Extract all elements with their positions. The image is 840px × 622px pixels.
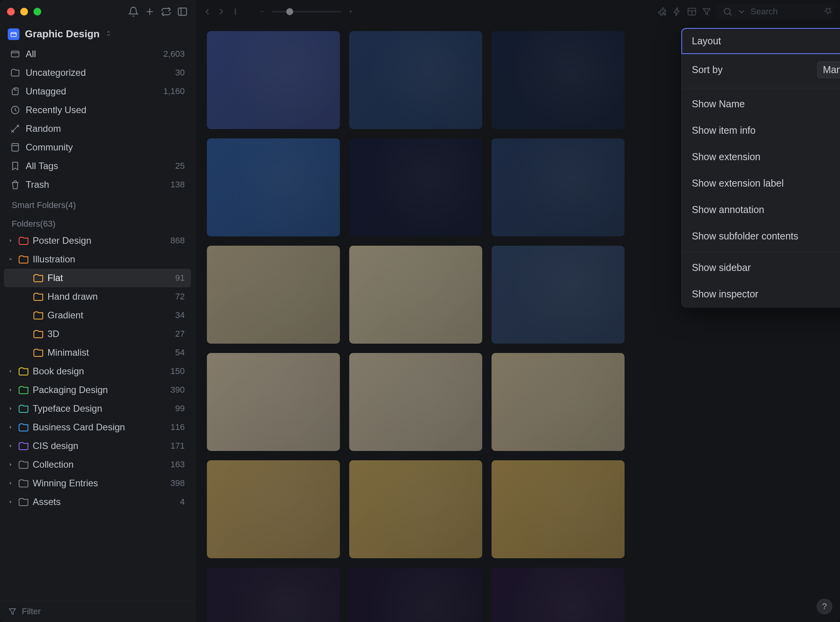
folder-packaging-design[interactable]: Packaging Design390 bbox=[4, 381, 191, 399]
thumbnail[interactable] bbox=[207, 31, 340, 129]
folder-gradient[interactable]: Gradient34 bbox=[4, 306, 191, 325]
library-icon bbox=[8, 28, 19, 40]
zoom-out-icon[interactable]: − bbox=[257, 7, 267, 16]
library-header[interactable]: Graphic Design bbox=[0, 23, 195, 42]
folder-hand-drawn[interactable]: Hand drawn72 bbox=[4, 287, 191, 306]
add-icon[interactable] bbox=[144, 6, 155, 17]
nav-back-icon[interactable] bbox=[202, 7, 212, 17]
sidebar-item-uncategorized[interactable]: Uncategorized30 bbox=[4, 63, 191, 82]
toggle-show-name: Show Name bbox=[682, 91, 840, 117]
zoom-in-icon[interactable]: + bbox=[346, 7, 355, 16]
chevron-icon[interactable] bbox=[6, 386, 15, 394]
svg-point-6 bbox=[724, 8, 730, 14]
sidebar-item-recently-used[interactable]: Recently Used bbox=[4, 101, 191, 119]
thumbnail[interactable] bbox=[207, 460, 340, 558]
layout-icon[interactable] bbox=[687, 7, 697, 17]
chevron-icon[interactable] bbox=[6, 367, 15, 376]
thumbnail[interactable] bbox=[207, 246, 340, 344]
nav-forward-icon[interactable] bbox=[216, 7, 226, 17]
thumbnail[interactable] bbox=[349, 138, 482, 236]
sort-row: Sort by Manual bbox=[682, 54, 840, 86]
thumbnail[interactable] bbox=[349, 353, 482, 451]
extension-icon[interactable] bbox=[657, 7, 667, 17]
minimize-window-icon[interactable] bbox=[20, 8, 28, 16]
toolbar: − + Search bbox=[195, 0, 840, 23]
zoom-slider[interactable]: − + bbox=[257, 7, 355, 16]
thumbnail[interactable] bbox=[492, 31, 625, 129]
thumbnail[interactable] bbox=[207, 568, 340, 622]
chevron-icon[interactable] bbox=[6, 255, 15, 264]
sidebar-toggle-icon[interactable] bbox=[177, 6, 188, 17]
thumbnail[interactable] bbox=[207, 353, 340, 451]
folder-winning-entries[interactable]: Winning Entries398 bbox=[4, 474, 191, 493]
filter-input[interactable]: Filter bbox=[0, 601, 195, 622]
action-icon[interactable] bbox=[672, 7, 682, 17]
search-input[interactable]: Search bbox=[716, 4, 833, 19]
window-controls[interactable] bbox=[7, 8, 41, 16]
svg-rect-4 bbox=[12, 143, 18, 151]
sidebar-item-random[interactable]: Random bbox=[4, 119, 191, 138]
svg-rect-0 bbox=[178, 8, 187, 16]
toggle-show-annotation: Show annotation bbox=[682, 196, 840, 223]
search-icon bbox=[723, 7, 733, 17]
thumbnail[interactable] bbox=[349, 246, 482, 344]
thumbnail[interactable] bbox=[492, 246, 625, 344]
toggle-show-sidebar: Show sidebar bbox=[682, 254, 840, 281]
sidebar-item-community[interactable]: Community bbox=[4, 138, 191, 157]
toggle-show-item-info: Show item info bbox=[682, 117, 840, 143]
sort-value-dropdown[interactable]: Manual bbox=[817, 61, 840, 78]
folder-assets[interactable]: Assets4 bbox=[4, 493, 191, 511]
chevron-down-icon bbox=[737, 7, 747, 17]
folder-collection[interactable]: Collection163 bbox=[4, 455, 191, 474]
chevron-icon[interactable] bbox=[6, 404, 15, 413]
layout-label: Layout bbox=[692, 35, 721, 47]
chevron-icon[interactable] bbox=[6, 460, 15, 469]
close-window-icon[interactable] bbox=[7, 8, 15, 16]
notification-icon[interactable] bbox=[128, 6, 139, 17]
breadcrumb-separator-icon bbox=[230, 7, 240, 17]
thumbnail[interactable] bbox=[492, 460, 625, 558]
layout-row[interactable]: Layout Justified bbox=[681, 28, 840, 54]
toggle-show-inspector: Show inspector bbox=[682, 281, 840, 307]
folder-cis-design[interactable]: CIS design171 bbox=[4, 437, 191, 455]
filter-funnel-icon[interactable] bbox=[702, 7, 712, 17]
thumbnail[interactable] bbox=[349, 568, 482, 622]
chevron-icon[interactable] bbox=[6, 423, 15, 432]
folder-flat[interactable]: Flat91 bbox=[4, 269, 191, 287]
svg-rect-2 bbox=[11, 51, 19, 57]
pin-icon[interactable] bbox=[823, 6, 833, 17]
chevron-icon[interactable] bbox=[6, 442, 15, 450]
toggle-show-extension-label: Show extension label bbox=[682, 170, 840, 196]
thumbnail[interactable] bbox=[349, 460, 482, 558]
filter-placeholder: Filter bbox=[22, 606, 41, 617]
folders-header[interactable]: Folders(63) bbox=[4, 213, 191, 231]
chevron-icon[interactable] bbox=[6, 498, 15, 506]
toggle-show-subfolder-contents: Show subfolder contents bbox=[682, 223, 840, 249]
folder-3d[interactable]: 3D27 bbox=[4, 325, 191, 343]
sidebar-item-all-tags[interactable]: All Tags25 bbox=[4, 157, 191, 175]
thumbnail[interactable] bbox=[492, 568, 625, 622]
folder-illustration[interactable]: Illustration bbox=[4, 250, 191, 269]
folder-poster-design[interactable]: Poster Design868 bbox=[4, 231, 191, 250]
chevron-icon[interactable] bbox=[6, 479, 15, 487]
folder-book-design[interactable]: Book design150 bbox=[4, 362, 191, 381]
thumbnail[interactable] bbox=[492, 138, 625, 236]
sidebar-item-untagged[interactable]: Untagged1,160 bbox=[4, 82, 191, 101]
smart-folders-header[interactable]: Smart Folders(4) bbox=[4, 194, 191, 213]
folder-minimalist[interactable]: Minimalist54 bbox=[4, 343, 191, 362]
help-button[interactable]: ? bbox=[817, 599, 832, 614]
thumbnail[interactable] bbox=[349, 31, 482, 129]
thumbnail[interactable] bbox=[207, 138, 340, 236]
sync-icon[interactable] bbox=[161, 6, 172, 17]
search-placeholder: Search bbox=[751, 7, 778, 17]
sidebar-item-trash[interactable]: Trash138 bbox=[4, 175, 191, 194]
filter-icon bbox=[8, 607, 17, 616]
chevron-icon[interactable] bbox=[6, 236, 15, 245]
folder-typeface-design[interactable]: Typeface Design99 bbox=[4, 399, 191, 418]
maximize-window-icon[interactable] bbox=[33, 8, 41, 16]
folder-business-card-design[interactable]: Business Card Design116 bbox=[4, 418, 191, 437]
sidebar-item-all[interactable]: All2,603 bbox=[4, 45, 191, 63]
thumbnail[interactable] bbox=[492, 353, 625, 451]
svg-rect-1 bbox=[11, 32, 16, 37]
thumbnail-grid[interactable] bbox=[207, 31, 642, 614]
